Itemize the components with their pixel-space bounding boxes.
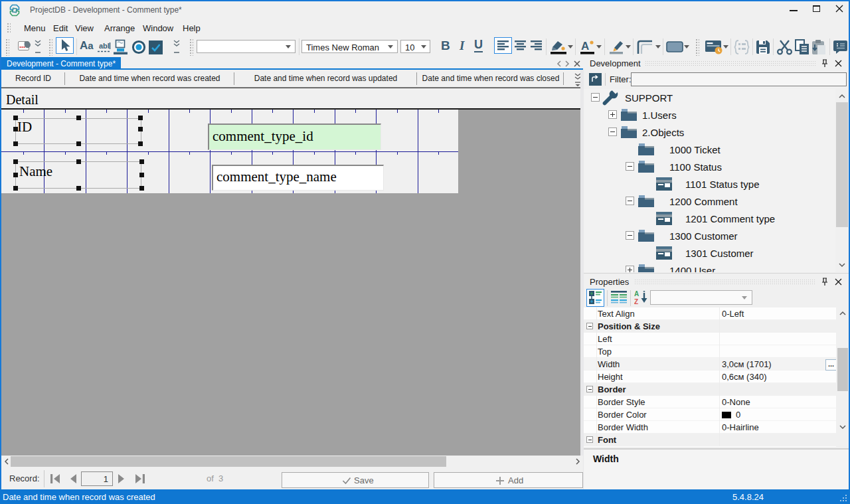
svg-text:Z: Z [634,298,638,305]
svg-text:A: A [581,40,589,52]
svg-text:A: A [634,290,639,297]
svg-text:abl: abl [99,42,110,50]
